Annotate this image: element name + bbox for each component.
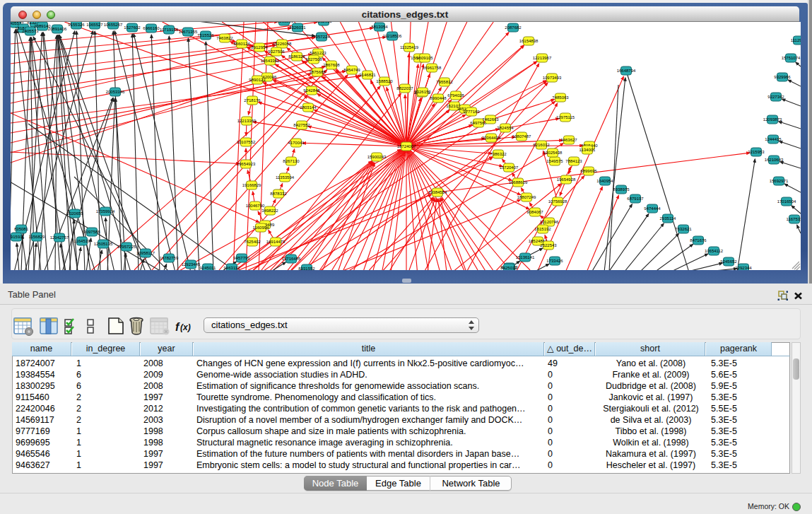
svg-text:6966160: 6966160 [143,26,160,30]
svg-text:2718176: 2718176 [244,98,261,103]
svg-text:10654112: 10654112 [705,249,724,253]
svg-text:15136141: 15136141 [516,255,535,259]
svg-text:6216012: 6216012 [533,143,550,147]
svg-text:835081: 835081 [14,227,29,231]
svg-text:1292344: 1292344 [735,266,752,270]
svg-text:1244415: 1244415 [765,137,782,141]
svg-text:9327508: 9327508 [305,57,322,62]
svg-text:10046790: 10046790 [246,204,265,208]
svg-text:7884123: 7884123 [565,159,582,163]
svg-text:19166829: 19166829 [242,183,261,187]
svg-text:(x): (x) [180,322,191,332]
svg-text:9327506: 9327506 [268,49,285,54]
svg-text:20364436: 20364436 [482,136,501,140]
svg-text:f: f [175,321,180,333]
svg-text:8878332: 8878332 [270,192,287,196]
svg-text:1164519: 1164519 [74,239,91,243]
svg-text:7386322: 7386322 [490,152,507,156]
svg-text:1167533: 1167533 [787,217,801,221]
svg-text:1160994: 1160994 [253,226,270,230]
svg-text:20891406: 20891406 [48,27,67,31]
svg-text:1134001: 1134001 [579,148,596,152]
svg-text:16210643: 16210643 [765,158,784,162]
svg-text:12093873: 12093873 [763,117,782,122]
svg-text:9329966: 9329966 [774,75,791,79]
svg-text:10719155: 10719155 [160,28,179,32]
svg-text:3215953: 3215953 [748,150,765,154]
svg-text:7515526: 7515526 [197,33,214,37]
svg-text:15692971: 15692971 [770,179,789,183]
svg-text:16543362: 16543362 [261,59,280,63]
svg-text:15751074: 15751074 [782,56,801,60]
svg-text:8427552: 8427552 [293,123,310,127]
svg-text:8471676: 8471676 [690,238,707,243]
svg-text:10756928: 10756928 [548,199,567,204]
svg-text:10688609: 10688609 [509,180,528,185]
svg-text:2522543: 2522543 [540,243,557,247]
svg-text:16154838: 16154838 [519,39,539,43]
svg-text:1326153: 1326153 [414,90,431,94]
svg-text:15900243: 15900243 [367,155,387,159]
svg-text:16961758: 16961758 [423,66,442,70]
svg-text:1609105: 1609105 [416,56,433,60]
svg-text:6794028: 6794028 [447,93,464,98]
svg-text:7463822: 7463822 [216,36,233,40]
svg-text:17359924: 17359924 [96,209,115,214]
svg-text:3824554: 3824554 [497,126,514,130]
svg-text:8326031: 8326031 [289,25,306,30]
svg-text:2803144: 2803144 [300,105,317,110]
svg-text:8267130: 8267130 [283,159,300,163]
svg-text:1112976: 1112976 [791,38,801,42]
svg-text:20053346: 20053346 [106,90,125,94]
svg-text:10807487: 10807487 [512,134,531,139]
svg-text:10958117: 10958117 [136,251,155,255]
svg-text:1640954: 1640954 [596,179,613,183]
svg-text:12923445: 12923445 [182,262,201,267]
svg-text:9227342: 9227342 [767,95,784,99]
svg-text:19384554: 19384554 [428,190,447,194]
svg-text:8912954: 8912954 [251,45,268,49]
svg-text:1588520: 1588520 [376,79,393,83]
svg-text:9097588: 9097588 [83,230,100,234]
svg-text:8938975: 8938975 [613,187,630,192]
svg-text:17957225: 17957225 [117,245,136,249]
svg-text:8813054: 8813054 [371,25,388,29]
svg-text:11325419: 11325419 [400,45,419,49]
svg-text:7485063: 7485063 [552,95,569,100]
svg-text:9242848: 9242848 [303,88,320,93]
svg-text:19218506: 19218506 [383,34,402,38]
svg-text:10973493: 10973493 [543,76,562,80]
svg-text:8660124: 8660124 [233,42,250,46]
svg-text:7625402: 7625402 [244,240,261,244]
svg-text:1065527: 1065527 [86,23,103,27]
svg-text:8425012: 8425012 [500,266,517,270]
svg-text:2087682: 2087682 [505,25,522,30]
svg-text:9084067: 9084067 [526,210,543,214]
svg-text:10025438: 10025438 [543,151,563,155]
svg-text:1362615: 1362615 [315,22,332,23]
svg-text:2020655: 2020655 [66,211,83,216]
svg-text:7955812: 7955812 [436,80,453,84]
svg-text:1549575: 1549575 [546,159,563,163]
svg-text:9474444: 9474444 [644,206,661,211]
svg-text:8822037: 8822037 [396,86,413,90]
svg-text:19654923: 19654923 [237,162,256,166]
svg-text:9155326: 9155326 [68,23,85,27]
svg-text:9245652: 9245652 [720,259,737,264]
svg-text:9777169: 9777169 [463,110,480,114]
svg-text:18807249: 18807249 [517,195,536,199]
svg-text:9463112: 9463112 [224,266,241,270]
svg-text:16914479: 16914479 [266,240,286,244]
svg-text:10120746: 10120746 [540,220,559,224]
svg-text:12213967: 12213967 [533,56,552,60]
svg-text:1156829: 1156829 [29,235,46,239]
svg-text:1733426: 1733426 [546,259,563,263]
svg-text:17016504: 17016504 [777,199,796,204]
svg-text:7357224: 7357224 [313,35,330,39]
svg-text:2935114: 2935114 [660,216,677,221]
svg-text:9457791: 9457791 [233,256,250,260]
svg-text:12975115: 12975115 [556,115,575,119]
svg-text:15716485: 15716485 [282,257,301,261]
svg-text:9890123: 9890123 [249,78,266,82]
svg-text:16648794: 16648794 [617,69,636,73]
